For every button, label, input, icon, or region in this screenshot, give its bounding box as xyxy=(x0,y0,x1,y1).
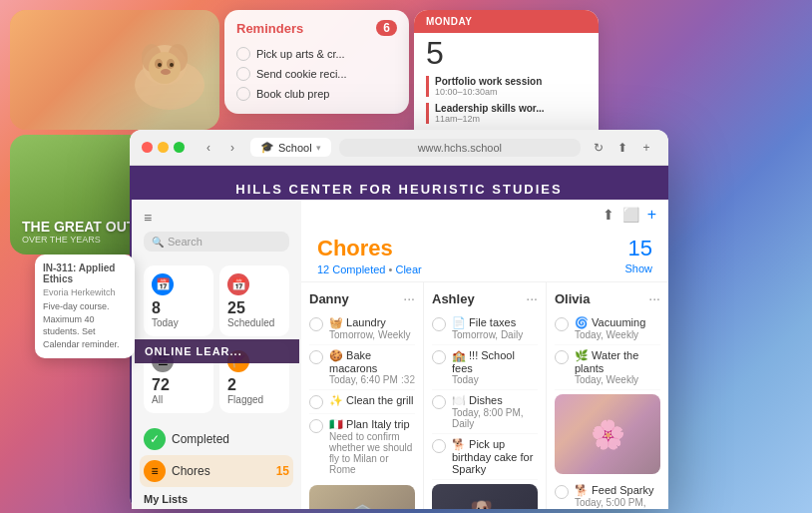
ashley-column: Ashley ··· 📄 File taxes Tomorrow, Daily … xyxy=(424,282,547,509)
chore-laundry[interactable]: 🧺 Laundry Tomorrow, Weekly xyxy=(309,312,415,345)
school-fees-name: 🏫 !!! School fees xyxy=(452,349,538,374)
chores-list-count: 15 xyxy=(276,464,289,478)
italy-content: 🇮🇹 Plan Italy trip Need to confirm wheth… xyxy=(329,418,415,475)
water-plants-checkbox[interactable] xyxy=(555,350,569,364)
reminder-circle-2 xyxy=(236,67,250,81)
search-placeholder: Search xyxy=(168,236,203,248)
my-lists-header: My Lists xyxy=(132,489,301,509)
cal-event-2: Leadership skills wor... 11am–12m xyxy=(426,103,587,124)
hamburger-icon[interactable]: ≡ xyxy=(144,210,289,226)
add-chore-button[interactable]: + xyxy=(647,206,656,224)
reminders-app-header: ≡ 🔍 Search xyxy=(132,200,301,257)
dog-illustration xyxy=(90,20,219,120)
forward-button[interactable]: › xyxy=(222,138,242,158)
chore-birthday-cake[interactable]: 🐕 Pick up birthday cake for Sparky xyxy=(432,434,538,480)
reminders-mini-widget: Reminders 6 Pick up arts & cr... Send co… xyxy=(224,10,409,114)
chore-italy[interactable]: 🇮🇹 Plan Italy trip Need to confirm wheth… xyxy=(309,414,415,509)
smart-list-today[interactable]: 📅 8 Today xyxy=(144,265,213,336)
share-button[interactable]: ⬆ xyxy=(612,138,632,158)
grill-checkbox[interactable] xyxy=(309,395,323,409)
search-bar[interactable]: 🔍 Search xyxy=(144,232,289,252)
url-bar[interactable]: www.hchs.school xyxy=(339,139,581,157)
tab-icon: 🎓 xyxy=(260,141,274,154)
clear-button[interactable]: Clear xyxy=(395,263,421,275)
chore-vacuuming[interactable]: 🌀 Vacuuming Today, Weekly xyxy=(555,312,660,345)
completed-list-item[interactable]: ✓ Completed xyxy=(140,423,293,455)
olivia-col-more[interactable]: ··· xyxy=(648,290,660,306)
taxes-checkbox[interactable] xyxy=(432,317,446,331)
chores-panel: ⬆ ⬜ + Chores 15 12 Completed • Clear Sho… xyxy=(301,200,668,509)
feed-sparky-detail: Today, 5:00 PM, Daily xyxy=(575,497,660,509)
chores-list-label: Chores xyxy=(172,464,270,478)
back-button[interactable]: ‹ xyxy=(199,138,218,158)
chores-list-item[interactable]: ≡ Chores 15 xyxy=(140,455,293,487)
italy-img-bg: 🏛️ xyxy=(309,485,415,509)
taxes-detail: Tomorrow, Daily xyxy=(452,329,538,340)
danny-col-more[interactable]: ··· xyxy=(403,290,415,306)
chores-count: 15 xyxy=(628,236,652,261)
italy-img-icon: 🏛️ xyxy=(350,503,375,509)
birthday-cake-checkbox[interactable] xyxy=(432,439,446,453)
course-code: IN-311: Applied Ethics xyxy=(43,262,127,284)
laundry-checkbox[interactable] xyxy=(309,317,323,331)
chore-dishes[interactable]: 🍽️ Dishes Today, 8:00 PM, Daily xyxy=(432,390,538,434)
italy-image: 🏛️ xyxy=(309,485,415,509)
today-icon: 📅 xyxy=(152,273,174,295)
today-label: Today xyxy=(152,317,205,328)
water-plants-detail: Today, Weekly xyxy=(575,374,660,385)
chore-water-plants[interactable]: 🌿 Water the plants Today, Weekly xyxy=(555,345,660,390)
chore-taxes[interactable]: 📄 File taxes Tomorrow, Daily xyxy=(432,312,538,345)
cal-event-1-title: Portfolio work session xyxy=(435,76,587,87)
reminder-text-3: Book club prep xyxy=(256,88,329,100)
chores-icon: ≡ xyxy=(144,460,166,482)
maximize-button[interactable] xyxy=(174,142,185,153)
vacuuming-checkbox[interactable] xyxy=(555,317,569,331)
chore-school-fees[interactable]: 🏫 !!! School fees Today xyxy=(432,345,538,390)
search-icon: 🔍 xyxy=(152,237,164,248)
chore-feed-sparky[interactable]: 🐕 Feed Sparky Today, 5:00 PM, Daily xyxy=(555,480,660,509)
chores-subtitle: 12 Completed • Clear xyxy=(317,263,422,275)
svg-point-8 xyxy=(170,63,174,67)
laundry-content: 🧺 Laundry Tomorrow, Weekly xyxy=(329,316,415,340)
reminder-text-2: Send cookie reci... xyxy=(256,68,347,80)
flower-icon: 🌸 xyxy=(591,418,625,451)
completed-icon: ✓ xyxy=(144,428,166,450)
chore-grill[interactable]: ✨ Clean the grill xyxy=(309,390,415,414)
school-fees-checkbox[interactable] xyxy=(432,350,446,364)
ashley-col-name: Ashley xyxy=(432,291,475,306)
export-icon[interactable]: ⬜ xyxy=(622,207,639,223)
reload-button[interactable]: ↻ xyxy=(589,138,609,158)
dog-chore-image: 🐕 xyxy=(432,484,538,509)
macarons-checkbox[interactable] xyxy=(309,350,323,364)
svg-point-4 xyxy=(149,52,181,84)
dishes-checkbox[interactable] xyxy=(432,395,446,409)
scheduled-icon: 📅 xyxy=(227,273,249,295)
cal-event-1-time: 10:00–10:30am xyxy=(435,87,587,97)
close-button[interactable] xyxy=(142,142,153,153)
feed-sparky-checkbox[interactable] xyxy=(555,485,569,499)
show-button[interactable]: Show xyxy=(624,262,652,274)
all-count: 72 xyxy=(152,376,205,394)
taxes-name: 📄 File taxes xyxy=(452,316,538,329)
reminder-item-2: Send cookie reci... xyxy=(236,64,397,84)
dog-image xyxy=(10,10,219,130)
minimize-button[interactable] xyxy=(158,142,169,153)
svg-point-7 xyxy=(158,63,162,67)
site-title: HILLS CENTER FOR HEURISTIC STUDIES xyxy=(235,182,562,197)
share-icon[interactable]: ⬆ xyxy=(603,207,614,223)
browser-tab[interactable]: 🎓 School ▾ xyxy=(250,138,331,157)
danny-col-header: Danny ··· xyxy=(309,290,415,306)
add-tab-button[interactable]: + xyxy=(636,138,656,158)
reminder-circle-3 xyxy=(236,87,250,101)
italy-checkbox[interactable] xyxy=(309,419,323,433)
feed-sparky-content: 🐕 Feed Sparky Today, 5:00 PM, Daily xyxy=(575,484,660,509)
grill-name: ✨ Clean the grill xyxy=(329,394,415,407)
course-instructor: Evoria Herkewitch xyxy=(43,287,127,297)
chore-macarons[interactable]: 🍪 Bake macarons Today, 6:40 PM :32 xyxy=(309,345,415,390)
smart-list-scheduled[interactable]: 📅 25 Scheduled xyxy=(219,265,289,336)
browser-titlebar: ‹ › 🎓 School ▾ www.hchs.school ↻ ⬆ + xyxy=(130,130,668,166)
ashley-col-more[interactable]: ··· xyxy=(526,290,538,306)
flower-image: 🌸 xyxy=(555,394,660,474)
birthday-cake-name: 🐕 Pick up birthday cake for Sparky xyxy=(452,438,538,475)
danny-column: Danny ··· 🧺 Laundry Tomorrow, Weekly 🍪 B… xyxy=(301,282,424,509)
